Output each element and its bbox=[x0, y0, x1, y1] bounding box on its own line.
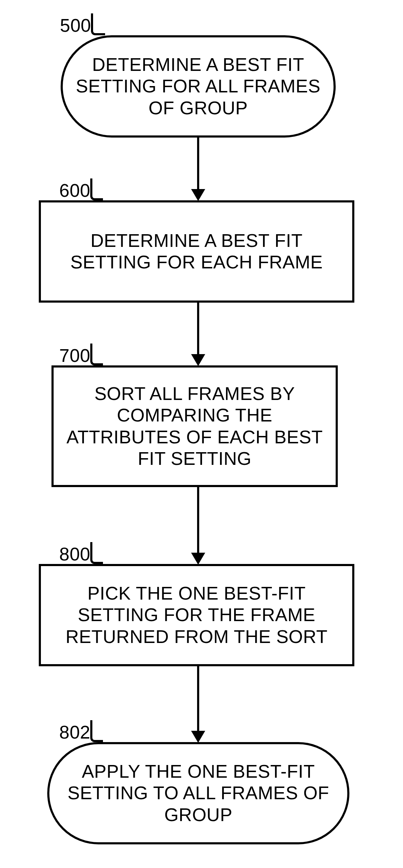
label-800-connector bbox=[90, 542, 103, 564]
node-800-process: PICK THE ONE BEST-FIT SETTING FOR THE FR… bbox=[39, 564, 354, 666]
node-600-process: DETERMINE A BEST FIT SETTING FOR EACH FR… bbox=[39, 200, 354, 303]
node-500-id: 500 bbox=[60, 15, 91, 36]
node-802-id: 802 bbox=[59, 722, 90, 743]
label-802-connector bbox=[90, 720, 103, 742]
node-800-id: 800 bbox=[59, 544, 90, 565]
label-500-connector bbox=[91, 13, 105, 35]
node-802-terminator: APPLY THE ONE BEST-FIT SETTING TO ALL FR… bbox=[47, 742, 349, 844]
label-700-connector bbox=[90, 344, 103, 365]
node-800-text: PICK THE ONE BEST-FIT SETTING FOR THE FR… bbox=[51, 583, 342, 648]
node-600-id: 600 bbox=[59, 180, 90, 201]
node-500-text: DETERMINE A BEST FIT SETTING FOR ALL FRA… bbox=[73, 54, 323, 119]
label-600-connector bbox=[90, 178, 103, 200]
node-600-text: DETERMINE A BEST FIT SETTING FOR EACH FR… bbox=[51, 230, 342, 273]
node-700-text: SORT ALL FRAMES BY COMPARING THE ATTRIBU… bbox=[64, 383, 325, 469]
flowchart: 500 DETERMINE A BEST FIT SETTING FOR ALL… bbox=[0, 0, 403, 868]
node-500-terminator: DETERMINE A BEST FIT SETTING FOR ALL FRA… bbox=[61, 35, 336, 138]
node-700-process: SORT ALL FRAMES BY COMPARING THE ATTRIBU… bbox=[51, 365, 338, 487]
node-802-text: APPLY THE ONE BEST-FIT SETTING TO ALL FR… bbox=[60, 761, 337, 826]
node-700-id: 700 bbox=[59, 345, 90, 366]
